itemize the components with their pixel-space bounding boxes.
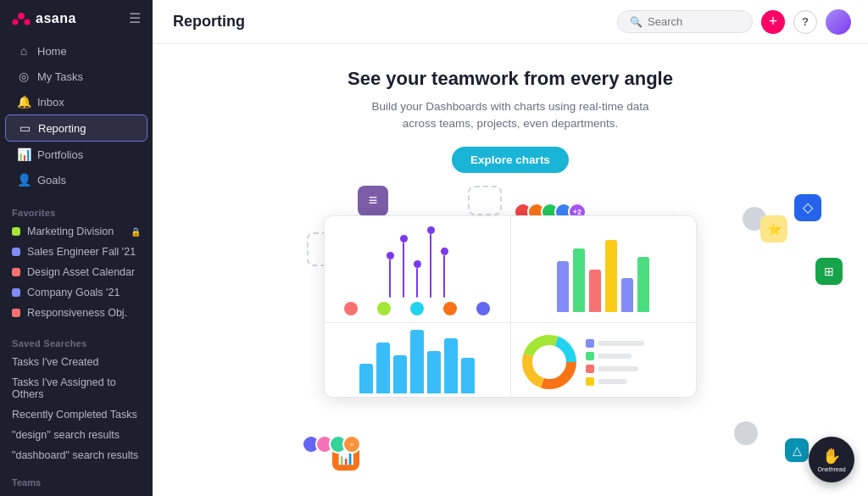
svg-point-1	[13, 19, 19, 25]
favorites-section-label: Favorites	[0, 199, 153, 221]
favorite-label: Design Asset Calendar	[27, 266, 135, 278]
favorite-item-marketing[interactable]: Marketing Division 🔒	[0, 221, 153, 242]
main-dashboard-card	[324, 215, 697, 398]
favorite-item-company-goals[interactable]: Company Goals '21	[0, 282, 153, 303]
onethread-icon: ✋	[822, 447, 841, 465]
star-badge-icon: ⭐	[760, 215, 787, 242]
favorite-label: Sales Engineer Fall '21	[27, 246, 136, 258]
add-button[interactable]: +	[761, 10, 785, 34]
teams-label: Teams	[0, 472, 153, 493]
main-content: Reporting 🔍 + ? See your teamwork from e…	[153, 0, 868, 496]
dashed-placeholder-2	[468, 186, 502, 215]
onethread-label: Onethread	[817, 466, 845, 472]
saved-searches-label: Saved Searches	[0, 330, 153, 352]
sidebar-label-goals: Goals	[37, 174, 66, 187]
sidebar-label-portfolios: Portfolios	[37, 148, 83, 161]
saved-searches-list: Tasks I've Created Tasks I've Assigned t…	[0, 352, 153, 465]
asana-logo-text: asana	[36, 11, 76, 26]
floating-avatar-2	[734, 421, 758, 445]
my-tasks-icon: ◎	[17, 70, 31, 83]
donut-chart-svg	[520, 332, 579, 392]
green-grid-icon: ⊞	[815, 258, 843, 285]
favorite-color-dot	[12, 227, 20, 236]
favorite-color-dot	[12, 309, 20, 317]
hamburger-menu-icon[interactable]: ☰	[129, 10, 141, 26]
avatar-group-bottom: +	[307, 435, 361, 454]
hero-title: See your teamwork from every angle	[348, 68, 673, 90]
lock-icon: 🔒	[131, 227, 141, 237]
goals-icon: 👤	[17, 173, 31, 187]
inbox-icon: 🔔	[17, 95, 31, 109]
favorite-item-design[interactable]: Design Asset Calendar	[0, 262, 153, 282]
topbar-right: 🔍 + ?	[617, 9, 851, 35]
onethread-badge[interactable]: ✋ Onethread	[809, 437, 854, 482]
favorite-label: Marketing Division	[27, 226, 114, 237]
explore-charts-button[interactable]: Explore charts	[452, 147, 569, 173]
hero-section: See your teamwork from every angle Build…	[153, 44, 868, 496]
sidebar-item-inbox[interactable]: 🔔 Inbox	[5, 89, 147, 114]
search-box[interactable]: 🔍	[617, 10, 753, 33]
saved-search-completed[interactable]: Recently Completed Tasks	[0, 404, 153, 425]
chart-area-bar	[325, 323, 510, 398]
search-input[interactable]	[648, 15, 740, 28]
sidebar-label-inbox: Inbox	[37, 96, 64, 109]
sidebar-item-portfolios[interactable]: 📊 Portfolios	[5, 142, 147, 167]
dashboard-illustration: ≡ 📊 ◇ ⊞ △ ⭐ +2	[153, 181, 868, 497]
avatar[interactable]	[826, 9, 851, 35]
sidebar: asana ☰ ⌂ Home ◎ My Tasks 🔔 Inbox ▭ Repo…	[0, 0, 153, 496]
favorites-list: Marketing Division 🔒 Sales Engineer Fall…	[0, 221, 153, 323]
asana-logo-icon	[12, 12, 31, 25]
sidebar-label-reporting: Reporting	[38, 122, 86, 135]
favorite-color-dot	[12, 248, 20, 256]
sidebar-item-reporting[interactable]: ▭ Reporting	[5, 114, 147, 142]
donut-legend	[586, 339, 644, 386]
sidebar-item-home[interactable]: ⌂ Home	[5, 38, 147, 64]
favorite-item-sales[interactable]: Sales Engineer Fall '21	[0, 242, 153, 262]
hero-subtitle: Build your Dashboards with charts using …	[358, 98, 663, 133]
chart-bar-multicolor	[511, 216, 697, 322]
avatar-sm-b4: +	[342, 435, 361, 454]
sidebar-label-my-tasks: My Tasks	[37, 70, 83, 83]
portfolios-icon: 📊	[17, 148, 31, 161]
saved-search-design[interactable]: "design" search results	[0, 425, 153, 445]
help-button[interactable]: ?	[793, 10, 817, 34]
chart-donut-legend	[511, 323, 697, 398]
teal-triangle-icon: △	[785, 438, 809, 462]
favorite-label: Company Goals '21	[27, 287, 120, 298]
sidebar-item-goals[interactable]: 👤 Goals	[5, 167, 147, 192]
chart-lollipop	[325, 216, 510, 322]
favorite-label: Responsiveness Obj.	[27, 307, 127, 319]
browse-more-teams[interactable]: Browse more teams	[0, 493, 153, 496]
topbar: Reporting 🔍 + ?	[153, 0, 868, 44]
saved-search-created[interactable]: Tasks I've Created	[0, 352, 153, 372]
page-title: Reporting	[173, 13, 245, 31]
purple-tag-icon: ≡	[358, 186, 388, 216]
home-icon: ⌂	[17, 44, 31, 58]
sidebar-header: asana ☰	[0, 0, 153, 35]
favorite-color-dot	[12, 268, 20, 276]
svg-point-2	[25, 19, 31, 25]
blue-diamond-icon: ◇	[794, 194, 821, 221]
saved-search-assigned[interactable]: Tasks I've Assigned to Others	[0, 372, 153, 404]
svg-point-0	[18, 13, 25, 20]
saved-search-dashboard[interactable]: "dashboard" search results	[0, 445, 153, 465]
favorite-color-dot	[12, 288, 20, 297]
main-nav: ⌂ Home ◎ My Tasks 🔔 Inbox ▭ Reporting 📊 …	[0, 35, 153, 199]
reporting-icon: ▭	[18, 121, 31, 135]
search-icon: 🔍	[630, 16, 643, 28]
favorite-item-responsiveness[interactable]: Responsiveness Obj.	[0, 303, 153, 323]
sidebar-label-home: Home	[37, 45, 67, 58]
asana-logo: asana	[12, 11, 76, 26]
sidebar-item-my-tasks[interactable]: ◎ My Tasks	[5, 64, 147, 89]
hero-text-block: See your teamwork from every angle Build…	[348, 68, 673, 173]
